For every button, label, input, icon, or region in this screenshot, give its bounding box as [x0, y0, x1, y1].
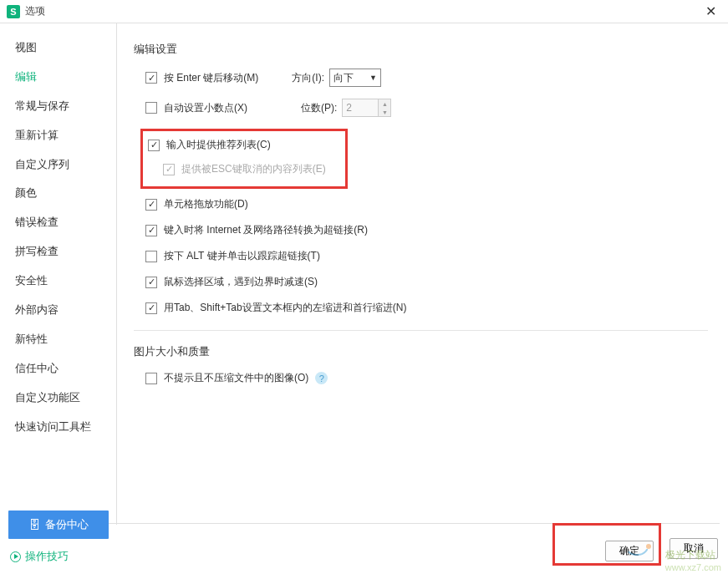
sidebar-item-spellcheck[interactable]: 拼写检查: [0, 237, 116, 267]
label-alt-click: 按下 ALT 键并单击以跟踪超链接(T): [164, 249, 320, 263]
sidebar-item-custom-list[interactable]: 自定义序列: [0, 150, 116, 180]
sidebar-item-edit[interactable]: 编辑: [0, 63, 116, 92]
footer-right: 确定 取消: [552, 523, 718, 566]
select-direction-value: 向下: [333, 71, 354, 85]
row-enter-move: 按 Enter 键后移动(M) 方向(I): 向下 ▼: [145, 69, 708, 87]
label-cell-drag: 单元格拖放功能(D): [164, 197, 248, 211]
chevron-down-icon: ▼: [369, 74, 377, 82]
sidebar-item-security[interactable]: 安全性: [0, 267, 116, 296]
label-no-compress: 不提示且不压缩文件中的图像(O): [164, 371, 308, 385]
label-hyperlink: 键入时将 Internet 及网络路径转换为超链接(R): [164, 223, 368, 237]
row-no-compress: 不提示且不压缩文件中的图像(O) ?: [145, 371, 708, 385]
edit-settings-title: 编辑设置: [134, 42, 708, 57]
checkbox-alt-click[interactable]: [145, 251, 157, 262]
tips-label: 操作技巧: [25, 549, 69, 564]
sidebar-item-recalc[interactable]: 重新计算: [0, 121, 116, 150]
sidebar-item-color[interactable]: 颜色: [0, 179, 116, 208]
sidebar-item-error-check[interactable]: 错误检查: [0, 208, 116, 237]
row-hyperlink: 键入时将 Internet 及网络路径转换为超链接(R): [145, 223, 708, 237]
titlebar: S 选项 ✕: [0, 0, 728, 23]
label-suggest-list: 输入时提供推荐列表(C): [166, 138, 271, 152]
row-auto-decimal: 自动设置小数点(X) 位数(P): ▲ ▼: [145, 99, 708, 117]
sidebar-item-general-save[interactable]: 常规与保存: [0, 92, 116, 121]
input-places[interactable]: [342, 99, 379, 117]
row-tab-indent: 用Tab、Shift+Tab设置文本框内的左缩进和首行缩进(N): [145, 301, 708, 315]
help-icon[interactable]: ?: [315, 372, 328, 384]
sidebar: 视图 编辑 常规与保存 重新计算 自定义序列 颜色 错误检查 拼写检查 安全性 …: [0, 23, 117, 525]
sidebar-item-quick-access[interactable]: 快速访问工具栏: [0, 413, 116, 442]
divider: [134, 330, 708, 331]
checkbox-enter-move[interactable]: [145, 72, 157, 84]
label-esc-list: 提供被ESC键取消的内容列表(E): [181, 162, 326, 176]
spinner-down-icon[interactable]: ▼: [379, 108, 390, 116]
row-mouse-select: 鼠标选择区域，遇到边界时减速(S): [145, 275, 708, 289]
select-direction[interactable]: 向下 ▼: [329, 69, 381, 87]
backup-icon: 🗄: [28, 518, 40, 531]
row-esc-list: 提供被ESC键取消的内容列表(E): [163, 162, 337, 176]
sidebar-item-customize-ribbon[interactable]: 自定义功能区: [0, 384, 116, 413]
checkbox-suggest-list[interactable]: [148, 140, 160, 151]
play-icon: [10, 551, 21, 562]
checkbox-cell-drag[interactable]: [145, 199, 157, 211]
sidebar-item-new-features[interactable]: 新特性: [0, 325, 116, 354]
spinner-up-icon[interactable]: ▲: [379, 99, 390, 108]
sidebar-item-view[interactable]: 视图: [0, 33, 116, 63]
row-cell-drag: 单元格拖放功能(D): [145, 197, 708, 211]
checkbox-esc-list: [163, 164, 175, 175]
label-mouse-select: 鼠标选择区域，遇到边界时减速(S): [164, 275, 318, 289]
highlight-suggest-list: 输入时提供推荐列表(C) 提供被ESC键取消的内容列表(E): [140, 129, 348, 189]
checkbox-no-compress[interactable]: [145, 373, 157, 384]
label-tab-indent: 用Tab、Shift+Tab设置文本框内的左缩进和首行缩进(N): [164, 301, 406, 315]
checkbox-mouse-select[interactable]: [145, 277, 157, 288]
app-icon: S: [7, 5, 20, 18]
row-suggest-list: 输入时提供推荐列表(C): [148, 138, 337, 152]
cancel-button[interactable]: 取消: [669, 538, 718, 559]
tips-link[interactable]: 操作技巧: [8, 549, 117, 564]
row-alt-click: 按下 ALT 键并单击以跟踪超链接(T): [145, 249, 708, 263]
label-direction: 方向(I):: [292, 71, 324, 85]
label-auto-decimal: 自动设置小数点(X): [164, 101, 247, 115]
close-icon[interactable]: ✕: [700, 3, 721, 19]
backup-label: 备份中心: [45, 517, 89, 532]
window-title: 选项: [25, 4, 700, 18]
footer-left: 🗄 备份中心 操作技巧: [8, 511, 117, 564]
highlight-ok: 确定: [552, 523, 661, 566]
spinner-places[interactable]: ▲ ▼: [342, 99, 391, 117]
content-panel: 编辑设置 按 Enter 键后移动(M) 方向(I): 向下 ▼ 自动设置小数点…: [117, 23, 728, 525]
ok-button[interactable]: 确定: [605, 541, 654, 561]
checkbox-hyperlink[interactable]: [145, 225, 157, 236]
label-places: 位数(P):: [301, 101, 337, 115]
label-enter-move: 按 Enter 键后移动(M): [164, 71, 258, 85]
sidebar-item-external[interactable]: 外部内容: [0, 296, 116, 325]
backup-center-button[interactable]: 🗄 备份中心: [8, 511, 109, 539]
checkbox-tab-indent[interactable]: [145, 302, 157, 314]
image-quality-title: 图片大小和质量: [134, 344, 708, 359]
sidebar-item-trust-center[interactable]: 信任中心: [0, 354, 116, 384]
checkbox-auto-decimal[interactable]: [145, 102, 157, 114]
